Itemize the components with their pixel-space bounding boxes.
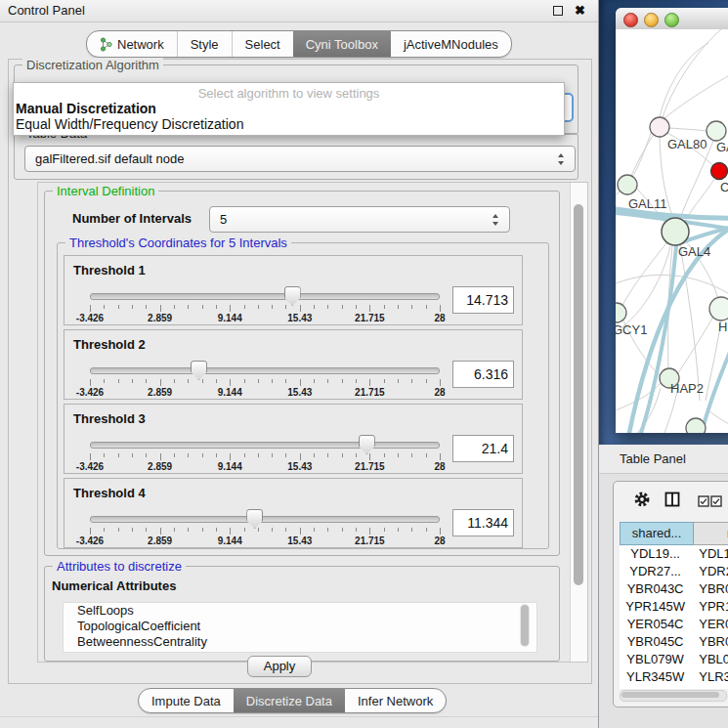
network-window[interactable]: GAL80 GA C GAL11 GAL4 GCY1 H HAP2	[616, 8, 728, 433]
dropdown-option-manual[interactable]: Manual Discretization	[14, 101, 564, 116]
tab-impute-data[interactable]: Impute Data	[139, 689, 234, 712]
table-cell[interactable]: YPR1	[691, 598, 728, 616]
checkbox-icon[interactable]	[698, 493, 709, 511]
slider-track[interactable]	[90, 367, 440, 374]
slider-tick	[384, 453, 385, 457]
attribute-item[interactable]: BetweennessCentrality	[64, 634, 536, 650]
tab-label: Network	[117, 37, 164, 52]
slider-tick	[327, 305, 328, 309]
table-row[interactable]: YDR27...YDR2	[620, 563, 728, 580]
column-header-name[interactable]: na	[694, 522, 728, 545]
node-label-partial-top-right: GA	[716, 140, 728, 154]
float-window-icon[interactable]	[553, 6, 563, 16]
column-header-shared[interactable]: shared...	[620, 522, 694, 545]
table-cell[interactable]: YBR0	[691, 580, 728, 598]
slider-tick	[300, 453, 301, 460]
slider-track[interactable]	[90, 516, 440, 523]
table-cell[interactable]: YDR2	[691, 563, 728, 580]
scrollbar-thumb[interactable]	[521, 605, 529, 646]
table-cell[interactable]: YIL052C	[620, 686, 691, 689]
table-row[interactable]: YIL052CYIL0	[620, 686, 728, 689]
slider-thumb[interactable]	[359, 435, 375, 454]
tab-style[interactable]: Style	[177, 31, 232, 57]
apply-button[interactable]: Apply	[247, 656, 312, 677]
table-cell[interactable]: YDR27...	[620, 563, 691, 580]
table-cell[interactable]: YPR145W	[620, 598, 691, 616]
table-cell[interactable]: YLR3	[691, 668, 728, 686]
slider-tick-label: 21.715	[355, 387, 385, 398]
table-cell[interactable]: YBL0	[691, 651, 728, 668]
tab-jactivemnodules[interactable]: jActiveMNodules	[391, 31, 511, 57]
columns-icon[interactable]	[664, 492, 680, 511]
threshold-slider[interactable]: -3.4262.8599.14415.4321.71528	[90, 509, 440, 544]
slider-track[interactable]	[90, 293, 440, 300]
slider-thumb[interactable]	[191, 361, 207, 380]
tab-label: Select	[245, 37, 280, 52]
slider-tick	[132, 453, 133, 457]
scrollbar-thumb[interactable]	[621, 692, 719, 698]
table-row[interactable]: YBR043CYBR0	[620, 580, 728, 598]
slider-tick	[398, 453, 399, 457]
table-row[interactable]: YPR145WYPR1	[620, 598, 728, 616]
settings-scrollbar[interactable]	[570, 183, 587, 662]
tab-network[interactable]: Network	[87, 31, 177, 57]
slider-tick	[230, 453, 231, 460]
numerical-attributes-list[interactable]: SelfLoopsTopologicalCoefficientBetweenne…	[63, 602, 537, 653]
table-cell[interactable]: YBL079W	[620, 651, 691, 668]
table-data-combobox[interactable]: galFiltered.sif default node	[24, 146, 576, 172]
attribute-item[interactable]: TopologicalCoefficient	[64, 619, 536, 634]
slider-track[interactable]	[90, 442, 440, 449]
tab-select[interactable]: Select	[232, 31, 293, 57]
table-cell[interactable]: YDL1	[691, 545, 728, 563]
table-panel-header: Table Panel	[599, 445, 728, 474]
table-row[interactable]: YBR045CYBR0	[620, 633, 728, 651]
slider-tick-label: -3.426	[76, 387, 104, 398]
threshold-value-field[interactable]: 6.316	[452, 361, 514, 388]
threshold-slider[interactable]: -3.4262.8599.14415.4321.71528	[90, 286, 440, 321]
gear-icon[interactable]	[634, 492, 650, 511]
table-cell[interactable]: YBR045C	[620, 633, 691, 651]
slider-tick-label: 9.144	[218, 535, 242, 546]
table-cell[interactable]: YLR345W	[620, 668, 691, 686]
slider-thumb[interactable]	[284, 286, 301, 306]
threshold-value-field[interactable]: 11.344	[452, 509, 514, 536]
minimize-traffic-light[interactable]	[644, 13, 659, 27]
threshold-slider[interactable]: -3.4262.8599.14415.4321.71528	[90, 361, 440, 396]
tab-label: Discretize Data	[246, 694, 332, 708]
dropdown-option-equal-width[interactable]: Equal Width/Frequency Discretization	[14, 116, 564, 132]
table-row[interactable]: YLR345WYLR3	[620, 668, 728, 686]
close-icon[interactable]: ✖	[575, 2, 585, 20]
table-cell[interactable]: YER054C	[620, 616, 691, 633]
table-cell[interactable]: YER0	[691, 616, 728, 633]
table-cell[interactable]: YDL19...	[620, 545, 691, 563]
zoom-traffic-light[interactable]	[664, 13, 679, 27]
table-cell[interactable]: YBR0	[691, 633, 728, 651]
tab-cyni-toolbox[interactable]: Cyni Toolbox	[293, 31, 391, 57]
table-hscrollbar[interactable]	[620, 690, 727, 702]
threshold-value-field[interactable]: 14.713	[452, 286, 514, 314]
attribute-item[interactable]: SelfLoops	[64, 603, 536, 619]
number-of-intervals-combobox[interactable]: 5	[209, 206, 510, 233]
table-row[interactable]: YDL19...YDL1	[620, 545, 728, 563]
slider-tick	[285, 379, 286, 383]
slider-tick	[118, 528, 119, 532]
table-cell[interactable]: YBR043C	[620, 580, 691, 598]
slider-thumb[interactable]	[246, 509, 263, 529]
tab-infer-network[interactable]: Infer Network	[345, 689, 446, 712]
slider-tick-labels: -3.4262.8599.14415.4321.71528	[90, 535, 440, 545]
checkbox-icon[interactable]	[710, 493, 722, 511]
slider-tick	[118, 379, 119, 383]
close-traffic-light[interactable]	[623, 13, 638, 27]
table-row[interactable]: YBL079WYBL0	[620, 651, 728, 668]
threshold-label: Threshold 2	[73, 337, 146, 352]
threshold-slider[interactable]: -3.4262.8599.14415.4321.71528	[90, 435, 440, 470]
combobox-value: galFiltered.sif default node	[35, 147, 184, 171]
network-view[interactable]: GAL80 GA C GAL11 GAL4 GCY1 H HAP2	[616, 29, 728, 433]
threshold-value-field[interactable]: 21.4	[452, 435, 514, 462]
slider-tick-label: 2.859	[148, 461, 172, 472]
table-row[interactable]: YER054CYER0	[620, 616, 728, 633]
table-cell[interactable]: YIL0	[691, 686, 728, 689]
scrollbar-thumb[interactable]	[574, 204, 583, 585]
attributes-scrollbar[interactable]	[520, 604, 530, 647]
tab-discretize-data[interactable]: Discretize Data	[234, 689, 345, 712]
